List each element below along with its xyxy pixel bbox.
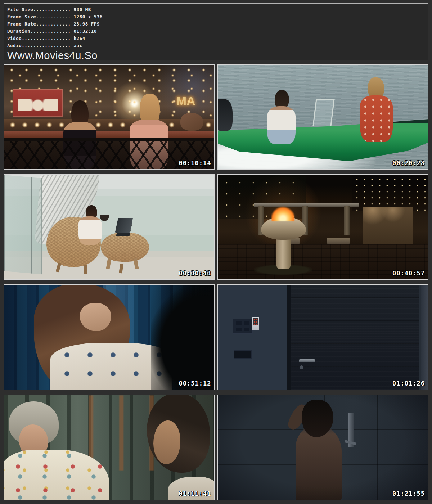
red-banner: [13, 89, 63, 117]
curtain-edge: [421, 285, 428, 390]
audio-codec-line: Audio................. aac: [7, 42, 424, 49]
table-leg: [106, 258, 112, 269]
chair-leg: [84, 265, 87, 274]
timestamp-badge: 01:21:55: [392, 490, 425, 497]
glass-wall: [4, 175, 42, 274]
wall-socket-panel: [234, 350, 252, 359]
woman-face: [80, 303, 111, 331]
passenger-red-dress-figure: [359, 77, 394, 142]
screens-preview-sheet: File Size............. 930 MB Frame Size…: [0, 3, 432, 500]
courtyard-scene: [218, 175, 428, 279]
shower-scene: [218, 395, 428, 500]
raised-arm: [285, 402, 310, 432]
dark-room-scene: [218, 285, 428, 390]
timestamp-badge: 00:30:43: [179, 270, 211, 277]
door-lock: [300, 365, 303, 369]
timestamp-badge: 01:11:41: [179, 490, 211, 497]
chair-leg: [119, 264, 124, 273]
timestamp-badge: 00:51:12: [179, 380, 211, 387]
screenshot-thumbnail-3: 00:30:43: [4, 174, 215, 280]
fountain-pedestal: [276, 235, 292, 269]
door-handle: [299, 359, 316, 362]
media-info-panel: File Size............. 930 MB Frame Size…: [4, 3, 428, 60]
boat-windshield: [313, 99, 335, 126]
screenshot-thumbnail-5: 00:51:12: [4, 284, 215, 390]
wooden-door: [291, 285, 419, 390]
night-market-scene: MA: [4, 65, 214, 169]
screenshot-grid: MA 00:10:14 00:20:28: [4, 64, 428, 500]
site-watermark: Www.Movies4u.So: [7, 50, 424, 61]
timestamp-badge: 00:20:28: [392, 159, 425, 167]
light-switch-panel: [233, 319, 252, 334]
screenshot-thumbnail-6: 01:01:26: [217, 284, 429, 390]
pergola-post: [344, 206, 350, 235]
two-men-scene: [4, 395, 214, 500]
timestamp-badge: 00:10:14: [179, 159, 211, 167]
screenshot-thumbnail-2: 00:20:28: [217, 64, 429, 170]
wicker-table: [101, 233, 149, 262]
woman-blouse-scene: [4, 285, 214, 390]
driver-figure: [264, 90, 300, 144]
fire-flame: [271, 206, 294, 221]
person-back-figure: [296, 424, 342, 500]
seated-woman-figure: [76, 205, 105, 245]
handbag: [180, 113, 203, 130]
video-codec-line: Video................. h264: [7, 35, 424, 42]
timestamp-badge: 00:40:57: [392, 270, 425, 277]
balcony-scene: [4, 175, 214, 279]
outboard-motor: [217, 99, 233, 131]
screenshot-thumbnail-1: MA 00:10:14: [4, 64, 215, 170]
screenshot-thumbnail-8: 01:21:55: [217, 395, 429, 500]
duration-line: Duration.............. 01:32:10: [7, 28, 424, 35]
screenshot-thumbnail-7: 01:11:41: [4, 395, 215, 500]
screenshot-thumbnail-4: 00:40:57: [217, 174, 429, 280]
frame-rate-line: Frame Rate............ 23.98 FPS: [7, 21, 424, 28]
hanging-string-lights: [352, 175, 428, 211]
shower-bracket: [345, 440, 357, 445]
bench: [327, 238, 350, 244]
wet-hair: [302, 400, 333, 437]
neon-letter-sign: MA: [176, 94, 206, 111]
frame-size-line: Frame Size............ 1280 x 536: [7, 13, 424, 21]
wall-keypad: [252, 317, 259, 330]
timestamp-badge: 01:01:26: [392, 380, 425, 387]
laptop: [115, 218, 132, 233]
shower-rail: [348, 413, 354, 447]
bar-counter: [4, 131, 214, 138]
speedboat-scene: [218, 65, 428, 169]
foreground-silhouette: [151, 285, 215, 390]
file-size-line: File Size............. 930 MB: [7, 6, 424, 13]
chair-leg: [55, 262, 61, 273]
